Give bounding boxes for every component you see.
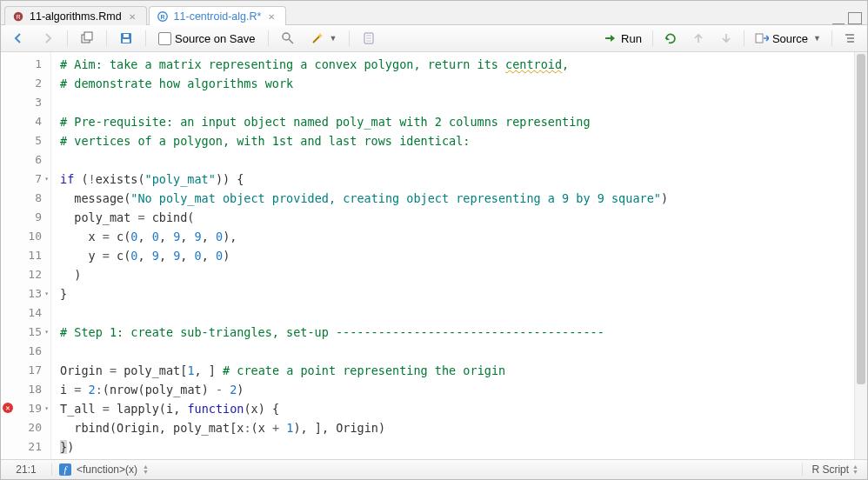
save-icon xyxy=(119,31,133,45)
run-label: Run xyxy=(621,32,642,45)
code-line[interactable] xyxy=(60,342,854,361)
maximize-pane-icon[interactable] xyxy=(848,12,862,24)
outline-icon xyxy=(843,31,857,45)
arrow-right-icon xyxy=(41,31,55,45)
code-line[interactable]: T_all = lapply(i, function(x) { xyxy=(60,399,854,418)
tab-label: 11-algorithms.Rmd xyxy=(30,10,122,23)
code-line[interactable]: i = 2:(nrow(poly_mat) - 2) xyxy=(60,380,854,399)
code-line[interactable]: rbind(Origin, poly_mat[x:(x + 1), ], Ori… xyxy=(60,418,854,437)
back-button[interactable] xyxy=(6,29,30,48)
tab-algorithms-rmd[interactable]: R 11-algorithms.Rmd ✕ xyxy=(4,6,147,25)
arrow-down-icon xyxy=(719,31,733,45)
arrow-left-icon xyxy=(11,31,25,45)
language-label: R Script xyxy=(811,463,849,476)
run-button[interactable]: Run xyxy=(598,29,647,48)
scope-label: <function>(x) xyxy=(77,463,137,476)
svg-rect-8 xyxy=(123,39,130,43)
source-on-save-label: Source on Save xyxy=(175,32,256,45)
code-tools-button[interactable]: ▼ xyxy=(305,29,343,48)
scope-stepper-icon: ▲▼ xyxy=(143,464,149,475)
source-on-save-toggle[interactable]: Source on Save xyxy=(153,30,261,48)
save-button[interactable] xyxy=(114,29,138,48)
svg-text:R: R xyxy=(160,14,164,20)
code-line[interactable]: Origin = poly_mat[1, ] # create a point … xyxy=(60,361,854,380)
chevron-down-icon: ▼ xyxy=(330,34,337,43)
language-stepper-icon: ▲▼ xyxy=(852,464,858,475)
svg-line-10 xyxy=(289,39,293,43)
editor-area: ✕ 1234567▾8910111213▾1415▾16171819▾20212… xyxy=(1,52,867,459)
status-bar: 21:1 f <function>(x) ▲▼ R Script ▲▼ xyxy=(1,459,867,479)
function-icon: f xyxy=(59,463,71,476)
code-line[interactable]: # Aim: take a matrix representing a conv… xyxy=(60,55,854,74)
rerun-icon xyxy=(664,31,678,45)
code-line[interactable]: } xyxy=(60,284,854,303)
fold-toggle-icon[interactable]: ▾ xyxy=(44,170,49,189)
close-icon[interactable]: ✕ xyxy=(266,12,277,22)
popout-icon xyxy=(80,31,94,45)
code-line[interactable] xyxy=(60,150,854,170)
code-line[interactable]: y = c(0, 9, 9, 0, 0) xyxy=(60,246,854,265)
code-line[interactable]: # vertices of a polygon, with 1st and la… xyxy=(60,131,854,150)
notebook-icon xyxy=(362,31,376,45)
source-button[interactable]: Source ▼ xyxy=(750,29,826,48)
magic-wand-icon xyxy=(310,31,324,45)
source-icon xyxy=(755,31,769,45)
minimize-pane-icon[interactable] xyxy=(832,13,845,24)
find-replace-button[interactable] xyxy=(276,29,300,48)
svg-rect-5 xyxy=(84,32,92,40)
scrollbar-thumb[interactable] xyxy=(857,54,865,384)
code-line[interactable]: # Step 1: create sub-triangles, set-up -… xyxy=(60,323,854,342)
code-line[interactable]: if (!exists("poly_mat")) { xyxy=(60,170,854,189)
code-line[interactable]: poly_mat = cbind( xyxy=(60,208,854,227)
svg-text:R: R xyxy=(16,14,20,20)
tabs-bar: R 11-algorithms.Rmd ✕ R 11-centroid-alg.… xyxy=(1,1,867,25)
code-line[interactable]: x = c(0, 0, 9, 9, 0), xyxy=(60,227,854,246)
rmd-file-icon: R xyxy=(12,10,24,23)
code-line[interactable]: # demonstrate how algorithms work xyxy=(60,74,854,93)
scope-navigator[interactable]: f <function>(x) ▲▼ xyxy=(52,463,802,476)
svg-rect-16 xyxy=(756,34,763,43)
close-icon[interactable]: ✕ xyxy=(127,12,137,22)
svg-rect-7 xyxy=(124,34,129,37)
code-line[interactable]: ) xyxy=(60,265,854,284)
code-line[interactable]: message("No poly_mat object provided, cr… xyxy=(60,189,854,208)
r-file-icon: R xyxy=(157,10,169,23)
code-line[interactable]: # Pre-requisite: an input object named p… xyxy=(60,112,854,131)
go-to-next-section-button[interactable] xyxy=(714,29,738,48)
checkbox-icon xyxy=(158,32,171,45)
fold-toggle-icon[interactable]: ▾ xyxy=(44,399,49,418)
chevron-down-icon: ▼ xyxy=(813,34,821,43)
search-icon xyxy=(281,31,295,45)
svg-point-9 xyxy=(283,33,290,40)
tab-label: 11-centroid-alg.R* xyxy=(174,10,262,23)
forward-button[interactable] xyxy=(36,29,60,48)
svg-line-11 xyxy=(313,36,320,43)
go-to-prev-section-button[interactable] xyxy=(686,29,711,48)
code-editor[interactable]: # Aim: take a matrix representing a conv… xyxy=(51,52,854,459)
code-line[interactable]: }) xyxy=(60,437,854,457)
vertical-scrollbar[interactable] xyxy=(854,52,867,459)
source-label: Source xyxy=(772,32,808,45)
cursor-position[interactable]: 21:1 xyxy=(1,463,52,476)
language-mode[interactable]: R Script ▲▼ xyxy=(802,463,867,476)
editor-toolbar: Source on Save ▼ Run xyxy=(1,25,867,52)
editor-window: R 11-algorithms.Rmd ✕ R 11-centroid-alg.… xyxy=(0,0,868,480)
code-line[interactable] xyxy=(60,303,854,323)
rerun-button[interactable] xyxy=(658,29,683,48)
window-layout-controls xyxy=(832,12,867,24)
code-line[interactable] xyxy=(60,457,854,459)
code-line[interactable] xyxy=(60,93,854,112)
outline-button[interactable] xyxy=(838,29,862,48)
arrow-up-icon xyxy=(691,31,705,45)
compile-report-button[interactable] xyxy=(357,29,381,48)
tab-centroid-alg-r[interactable]: R 11-centroid-alg.R* ✕ xyxy=(149,6,287,25)
show-in-new-window-button[interactable] xyxy=(75,29,99,48)
run-icon xyxy=(604,31,618,45)
fold-toggle-icon[interactable]: ▾ xyxy=(44,323,49,342)
line-number-gutter[interactable]: ✕ 1234567▾8910111213▾1415▾16171819▾20212… xyxy=(1,52,51,459)
fold-toggle-icon[interactable]: ▾ xyxy=(44,284,49,303)
